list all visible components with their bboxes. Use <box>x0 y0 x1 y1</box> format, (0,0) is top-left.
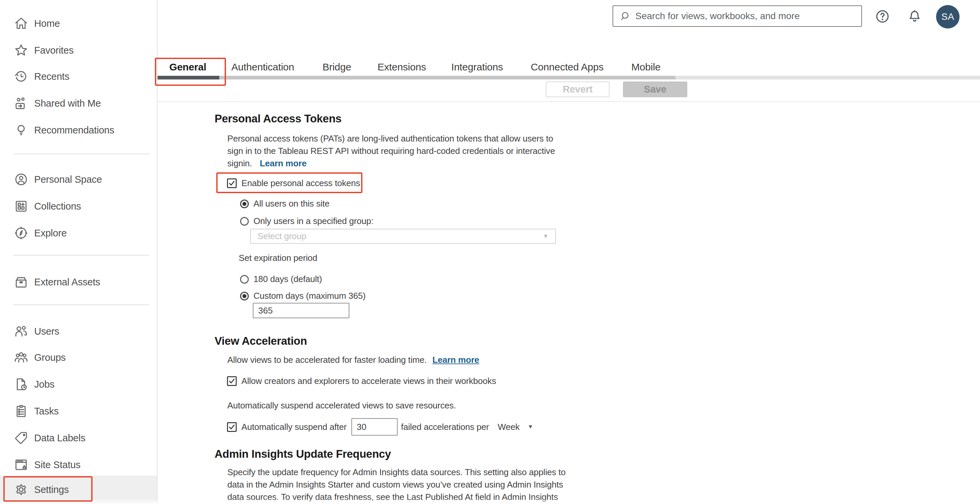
radio-row-specified-group: Only users in a specified group: <box>240 216 374 226</box>
sidebar-item-label: Tasks <box>34 406 59 417</box>
radio-row-all-users: All users on this site <box>240 199 329 209</box>
sidebar-item-label: Home <box>34 18 60 29</box>
allow-accel-checkbox-row: Allow creators and explorers to accelera… <box>227 376 496 386</box>
section-title-personal-access-tokens: Personal Access Tokens <box>215 112 342 125</box>
star-icon <box>13 43 29 58</box>
all-users-radio[interactable] <box>240 200 249 208</box>
sidebar-item-recents[interactable]: Recents <box>0 64 158 89</box>
sidebar-item-groups[interactable]: Groups <box>0 344 158 370</box>
sidebar-item-label: Site Status <box>34 459 81 471</box>
sidebar-item-jobs[interactable]: Jobs <box>0 371 158 397</box>
sidebar-item-data-labels[interactable]: Data Labels <box>0 425 158 451</box>
group-select-placeholder: Select group <box>258 231 543 242</box>
sidebar-item-home[interactable]: Home <box>0 10 158 37</box>
sidebar-item-shared-with-me[interactable]: Shared with Me <box>0 90 158 116</box>
default-days-radio[interactable] <box>240 275 249 284</box>
sidebar-item-label: Users <box>34 326 59 337</box>
avatar-initials: SA <box>942 11 954 22</box>
sidebar-item-label: Personal Space <box>34 174 102 185</box>
sidebar-item-users[interactable]: Users <box>0 318 158 344</box>
jobs-icon <box>13 377 29 392</box>
suspend-note: Automatically suspend accelerated views … <box>228 401 456 411</box>
custom-days-radio[interactable] <box>240 292 249 300</box>
enable-pat-checkbox-row: Enable personal access tokens <box>227 178 360 188</box>
specified-group-label: Only users in a specified group: <box>253 216 374 226</box>
period-dropdown[interactable]: Week <box>498 422 520 432</box>
sidebar-item-site-status[interactable]: Site Status <box>0 452 158 478</box>
custom-days-input[interactable] <box>253 303 349 318</box>
sidebar: Home Favorites Recents Shared with Me Re… <box>0 0 158 504</box>
sidebar-item-label: Recents <box>34 71 69 82</box>
tab-extensions[interactable]: Extensions <box>377 61 426 73</box>
view-accel-learn-more-link[interactable]: Learn more <box>433 355 479 365</box>
avatar[interactable]: SA <box>936 5 959 29</box>
tab-underline-track <box>219 76 676 79</box>
chevron-down-icon: ▼ <box>543 233 549 240</box>
sidebar-item-label: Data Labels <box>34 432 86 444</box>
help-icon[interactable] <box>874 8 891 24</box>
tab-integrations[interactable]: Integrations <box>451 61 503 73</box>
search-input[interactable] <box>635 11 850 21</box>
revert-button[interactable]: Revert <box>546 81 609 97</box>
sidebar-item-label: Favorites <box>34 45 73 56</box>
sidebar-item-personal-space[interactable]: Personal Space <box>0 166 158 192</box>
tasks-icon <box>13 404 29 419</box>
chevron-down-icon[interactable]: ▼ <box>528 423 533 430</box>
pat-description-tail: signin. <box>228 158 252 169</box>
tab-mobile[interactable]: Mobile <box>631 61 660 73</box>
active-tab-underline <box>158 76 219 79</box>
enable-pat-checkbox[interactable] <box>227 178 237 188</box>
sidebar-item-explore[interactable]: Explore <box>0 220 158 246</box>
tab-general[interactable]: General <box>169 61 206 73</box>
compass-icon <box>13 225 29 241</box>
groups-icon <box>13 350 29 365</box>
sidebar-item-collections[interactable]: Collections <box>0 193 158 219</box>
search-box[interactable] <box>612 5 862 27</box>
sidebar-divider <box>13 255 149 256</box>
group-select-dropdown[interactable]: Select group ▼ <box>250 229 556 244</box>
lightbulb-icon <box>13 122 29 138</box>
specified-group-radio[interactable] <box>240 217 249 226</box>
sidebar-item-label: External Assets <box>34 277 100 288</box>
bottom-fade <box>0 499 980 504</box>
auto-suspend-checkbox[interactable] <box>227 422 237 432</box>
section-title-view-acceleration: View Acceleration <box>215 335 307 347</box>
save-button[interactable]: Save <box>623 81 687 97</box>
gear-icon <box>13 482 29 497</box>
sidebar-item-external-assets[interactable]: External Assets <box>0 269 158 295</box>
failed-accelerations-input[interactable] <box>352 418 398 436</box>
site-status-icon <box>13 457 29 472</box>
users-icon <box>13 324 29 339</box>
tab-authentication[interactable]: Authentication <box>231 61 294 73</box>
sidebar-item-label: Explore <box>34 228 67 239</box>
custom-days-label: Custom days (maximum 365) <box>253 291 366 301</box>
search-icon <box>619 10 631 22</box>
view-accel-description: Allow views to be accelerated for faster… <box>228 355 479 365</box>
auto-suspend-row: Automatically suspend after failed accel… <box>227 418 533 436</box>
notifications-bell-icon[interactable] <box>907 8 923 24</box>
sidebar-item-favorites[interactable]: Favorites <box>0 37 158 64</box>
sidebar-item-label: Collections <box>34 201 81 212</box>
admin-insights-line: data in the Admin Insights Starter and c… <box>228 480 563 490</box>
pat-learn-more-link[interactable]: Learn more <box>260 158 307 169</box>
person-circle-icon <box>13 172 29 187</box>
radio-row-180-days: 180 days (default) <box>240 274 322 285</box>
drawer-icon <box>13 274 29 290</box>
all-users-label: All users on this site <box>253 199 329 209</box>
radio-row-custom-days: Custom days (maximum 365) <box>240 291 366 301</box>
view-accel-description-text: Allow views to be accelerated for faster… <box>228 355 427 365</box>
header-divider <box>158 101 980 102</box>
sidebar-item-label: Groups <box>34 352 66 363</box>
sidebar-item-label: Jobs <box>34 379 54 390</box>
settings-content: Personal Access Tokens Personal access t… <box>215 111 617 504</box>
sidebar-item-tasks[interactable]: Tasks <box>0 398 158 424</box>
tab-connected-apps[interactable]: Connected Apps <box>531 61 603 73</box>
admin-insights-line: Specify the update frequency for Admin I… <box>228 467 566 477</box>
sidebar-divider <box>13 154 149 154</box>
pat-description-line: sign in to the Tableau REST API without … <box>228 146 555 156</box>
sidebar-item-label: Shared with Me <box>34 98 101 109</box>
tab-bridge[interactable]: Bridge <box>323 61 352 73</box>
sidebar-item-recommendations[interactable]: Recommendations <box>0 117 158 143</box>
expiration-period-label: Set expiration period <box>239 253 317 263</box>
allow-accel-checkbox[interactable] <box>227 376 237 386</box>
